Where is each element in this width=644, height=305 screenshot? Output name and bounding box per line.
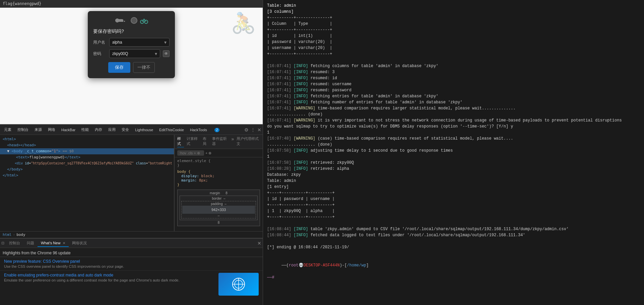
- term-line-28: Database: zkpy: [267, 172, 640, 178]
- breadcrumb-html[interactable]: html: [3, 233, 12, 237]
- padding-box: padding – 942×333 –: [181, 201, 256, 218]
- term-prompt: ──(root💀DESKTOP-A5F444N)-[/home/wp]: [267, 256, 640, 274]
- term-line-24: [16:07:58] [INFO] adjusting time delay t…: [267, 148, 640, 154]
- dom-line-html-close: </html>: [0, 172, 174, 179]
- dialog-buttons: 保存 一律不: [93, 62, 170, 73]
- close-icon[interactable]: ✕: [257, 127, 261, 133]
- password-dropdown-icon[interactable]: ▾: [155, 51, 157, 56]
- devtools-tab-hacktools[interactable]: HackTools: [187, 126, 210, 133]
- devtools-tab-lighthouse[interactable]: Lighthouse: [132, 126, 156, 133]
- devtools-tab-console[interactable]: 控制台: [15, 126, 31, 134]
- save-password-dialog: 要保存密码吗? 用户名 alpha ▾ 密码 zkpy00Q ▾ 👁: [88, 11, 175, 78]
- username-dropdown-icon[interactable]: ▾: [164, 40, 167, 45]
- computed-tab[interactable]: 计算样式: [187, 136, 200, 147]
- term-line-33: +----+----------+----------+: [267, 202, 640, 208]
- element-style-selector: element.style {: [177, 159, 260, 163]
- dom-line-head: <head></head>: [0, 142, 174, 148]
- save-button[interactable]: 保存: [108, 62, 130, 73]
- term-line-25: 1: [267, 154, 640, 160]
- feature-thumbnail: [218, 273, 259, 296]
- password-field[interactable]: zkpy00Q ▾: [109, 49, 160, 58]
- devtools-icons: ⚙ ⋮ ✕: [244, 127, 261, 133]
- term-line-16: [16:07:41] [INFO] fetching number of ent…: [267, 99, 640, 105]
- styles-panel: 样式 计算样式 布局 事件监听器 » 用户代理样式文 + ⊕ element.s…: [175, 135, 263, 231]
- feature-title-1: New preview feature: CSS Overview panel: [4, 259, 259, 264]
- term-line-8: | username | varchar(20) |: [267, 45, 640, 51]
- never-button[interactable]: 一律不: [133, 62, 155, 73]
- styles-filter: + ⊕: [175, 149, 263, 157]
- breadcrumb-sep: ›: [13, 233, 15, 237]
- feature-item-1[interactable]: New preview feature: CSS Overview panel …: [0, 257, 263, 271]
- flag-display: flag{wannengpwd}: [3, 1, 42, 6]
- devtools-tab-sources[interactable]: 来源: [32, 126, 45, 134]
- devtools-tab-security[interactable]: 安全: [119, 126, 132, 134]
- feature-item-2[interactable]: Enable emulating prefers-contrast media …: [4, 273, 216, 296]
- padding-label: padding –: [182, 202, 255, 206]
- term-line-21: 1: [267, 130, 640, 136]
- term-line-3: +----------+--------------+: [267, 15, 640, 21]
- term-line-14: [16:07:41] [INFO] resumed: password: [267, 87, 640, 93]
- styles-filter-input[interactable]: [177, 150, 204, 156]
- console-tabs: ⊡ 控制台 问题 What's New ✕ 网络状况 ✕: [0, 239, 263, 248]
- term-line-37: [16:08:44] [INFO] fetched data logged to…: [267, 232, 640, 238]
- term-line-29: Table: admin: [267, 178, 640, 184]
- term-line-13: [16:07:41] [INFO] resumed: username: [267, 81, 640, 87]
- dom-line-text: <text>flag{wannengpwd}</text>: [0, 154, 174, 160]
- password-label: 密码: [93, 51, 107, 57]
- toggle-password-button[interactable]: 👁: [163, 50, 170, 57]
- feature-desc-2: Emulate the user preference on using a d…: [4, 278, 216, 282]
- term-line-34: | 1 | zkpy00Q | alpha |: [267, 208, 640, 214]
- term-line-9: +----------+--------------+: [267, 51, 640, 57]
- event-listeners-tab[interactable]: 事件监听器: [212, 136, 229, 147]
- breadcrumb-bar: html › body: [0, 231, 263, 238]
- expand-tab-icon[interactable]: »: [231, 136, 234, 147]
- devtools: 元素 控制台 来源 网络 HackBar 性能 内存 应用 安全 Lightho…: [0, 124, 263, 238]
- more-icon[interactable]: ⋮: [251, 127, 255, 133]
- term-line-31: +----+----------+----------+: [267, 190, 640, 196]
- term-line-blank4: [267, 250, 640, 256]
- term-line-10: [16:07:41] [INFO] fetching columns for t…: [267, 63, 640, 69]
- whatsnew-header: Highlights from the Chrome 96 update: [0, 249, 263, 257]
- svg-rect-2: [122, 21, 123, 22]
- term-line-4: | Column | Type |: [267, 21, 640, 27]
- username-field[interactable]: alpha ▾: [109, 38, 170, 47]
- devtools-tab-application[interactable]: 应用: [106, 126, 118, 134]
- tab-count-badge: 2: [214, 128, 220, 132]
- box-model-container: margin 8 border – padding – 942×333 – 8: [175, 188, 263, 227]
- term-line-32: | id | password | username |: [267, 196, 640, 202]
- border-box: border – padding – 942×333 –: [180, 196, 258, 220]
- console-tab-issues[interactable]: 问题: [23, 239, 38, 247]
- dialog-icons: [93, 16, 170, 24]
- console-tab-whatsnew[interactable]: What's New ✕: [38, 240, 69, 247]
- border-label: border –: [181, 197, 257, 200]
- padding-bottom-label: –: [182, 214, 255, 217]
- close-tab-icon[interactable]: ✕: [63, 241, 65, 245]
- margin-bottom-label: 8: [179, 221, 258, 224]
- devtools-tab-badge[interactable]: 2: [210, 126, 222, 133]
- body-close: }: [177, 183, 260, 187]
- term-line-18: ................ (done): [267, 111, 640, 117]
- term-line-30: [1 entry]: [267, 184, 640, 190]
- breadcrumb-body[interactable]: body: [16, 233, 25, 237]
- body-margin: margin: 8px;: [177, 178, 260, 183]
- circle-icon: [131, 17, 137, 24]
- devtools-tab-performance[interactable]: 性能: [79, 126, 91, 134]
- settings-icon[interactable]: ⚙: [244, 127, 249, 133]
- devtools-tab-editthiscookie[interactable]: EditThisCookie: [156, 126, 187, 133]
- devtools-tab-memory[interactable]: 内存: [92, 126, 105, 134]
- layout-tab[interactable]: 布局: [203, 136, 209, 147]
- devtools-tab-network[interactable]: 网络: [45, 126, 58, 134]
- term-line-blank2: [267, 220, 640, 226]
- dom-line-html: <html>: [0, 136, 174, 142]
- term-line-36: [16:08:44] [INFO] table 'zkpy.admin' dum…: [267, 226, 640, 232]
- styles-tab[interactable]: 样式: [177, 136, 184, 147]
- console-tab-network[interactable]: 网络状况: [69, 239, 90, 247]
- styles-content: element.style { } body { display: block;…: [175, 157, 263, 188]
- close-console-icon[interactable]: ✕: [257, 241, 261, 246]
- term-line-15: [16:07:41] [INFO] fetching entries for t…: [267, 93, 640, 99]
- console-tab-console[interactable]: 控制台: [6, 239, 23, 247]
- devtools-tab-hackbar[interactable]: HackBar: [59, 126, 78, 133]
- term-line-17: [16:07:41] [WARNING] time-based comparis…: [267, 105, 640, 111]
- devtools-tab-elements[interactable]: 元素: [1, 126, 14, 134]
- dom-line-body[interactable]: ▼ <body _c_t_common="1"> == $0: [0, 148, 174, 154]
